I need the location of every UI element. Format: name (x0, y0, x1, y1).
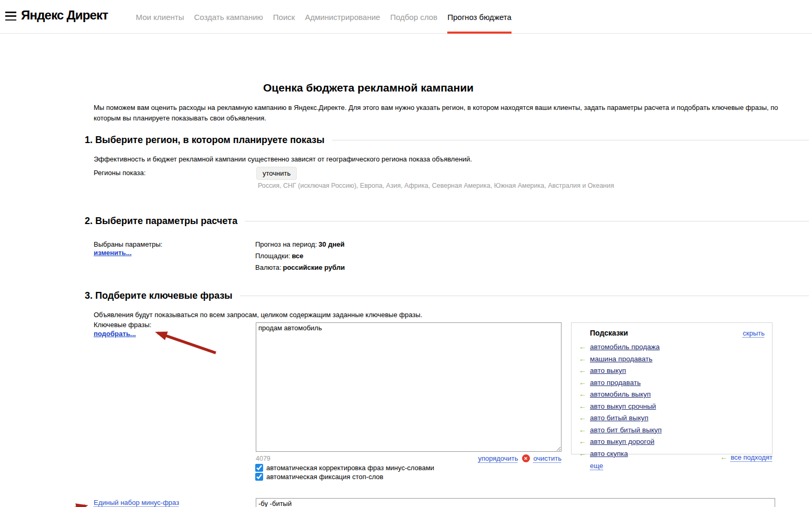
char-counter: 4079 (256, 455, 270, 462)
hint-item: ←машина продавать (579, 354, 765, 363)
keywords-annotation-arrow (158, 333, 216, 353)
heading-divider (332, 140, 809, 140)
hint-item: ←авто выкуп срочный (579, 402, 765, 410)
clear-phrases-link[interactable]: очистить (534, 454, 562, 462)
app-logo[interactable]: Яндекс Директ (21, 8, 108, 23)
chosen-params-label: Выбраны параметры: (94, 240, 163, 248)
minus-phrases-textarea[interactable]: -бу -битый (256, 498, 775, 507)
hamburger-menu-icon[interactable] (5, 12, 16, 21)
add-all-arrow-icon: ← (720, 453, 727, 461)
clear-x-icon[interactable]: ✕ (522, 454, 530, 462)
auto-fix-stopwords-checkbox[interactable] (255, 473, 263, 481)
nav-item-search[interactable]: Поиск (273, 0, 295, 34)
nav-item-my-clients[interactable]: Мои клиенты (136, 0, 184, 34)
add-hint-arrow-icon[interactable]: ← (579, 425, 590, 434)
add-hint-arrow-icon[interactable]: ← (579, 390, 590, 398)
add-hint-arrow-icon[interactable]: ← (579, 413, 590, 422)
hint-item: ←авто выкуп дорогой (579, 437, 765, 445)
section-2-heading: 2. Выберите параметры расчета (85, 216, 809, 227)
heading-divider (240, 296, 809, 296)
more-hints-link[interactable]: еще (590, 462, 603, 470)
page-title: Оценка бюджета рекламной кампании (0, 82, 737, 94)
sort-phrases-link[interactable]: упорядочить (478, 454, 518, 462)
hint-link[interactable]: машина продавать (590, 355, 653, 363)
section-3-description: Объявления будут показываться по всем за… (94, 310, 422, 320)
platforms-row: Площадки:все (255, 252, 304, 260)
nav-item-word-selection[interactable]: Подбор слов (390, 0, 437, 34)
keywords-toolbar: 4079 упорядочить ✕ очистить (256, 454, 562, 462)
nav-item-create-campaign[interactable]: Создать кампанию (194, 0, 263, 34)
budget-forecast-page: Оценка бюджета рекламной кампании Мы пом… (0, 34, 812, 507)
hints-header: Подсказки скрыть (579, 329, 765, 337)
section-1-heading: 1. Выберите регион, в котором планируете… (85, 135, 809, 146)
hint-link[interactable]: авто продавать (590, 379, 641, 387)
hints-title: Подсказки (590, 329, 628, 337)
heading-divider (245, 221, 809, 221)
hint-link[interactable]: автомобиль продажа (590, 343, 660, 351)
hint-item: ←авто битый выкуп (579, 413, 765, 422)
hint-item: ←автомобиль выкуп (579, 390, 765, 398)
add-hint-arrow-icon[interactable]: ← (579, 402, 590, 410)
add-hint-arrow-icon[interactable]: ← (579, 342, 590, 351)
hint-link[interactable]: автомобиль выкуп (590, 390, 651, 398)
add-hint-arrow-icon[interactable]: ← (579, 378, 590, 387)
hint-item: ←авто бит битый выкуп (579, 425, 765, 434)
nav-item-administration[interactable]: Администрирование (305, 0, 380, 34)
hints-panel: Подсказки скрыть ←автомобиль продажа ←ма… (571, 322, 773, 454)
all-hints-fit-link[interactable]: все подходят (730, 453, 773, 461)
main-nav: Мои клиенты Создать кампанию Поиск Админ… (136, 0, 512, 34)
keywords-label: Ключевые фразы: (94, 321, 152, 329)
refine-regions-button[interactable]: уточнить (256, 167, 297, 180)
intro-text: Мы поможем вам оценить расходы на реклам… (94, 103, 806, 124)
section-1-description: Эффективность и бюджет рекламной кампани… (94, 154, 472, 165)
top-navigation-bar: Яндекс Директ Мои клиенты Создать кампан… (0, 0, 812, 34)
hint-link[interactable]: авто выкуп (590, 367, 626, 374)
forecast-period-row: Прогноз на период:30 дней (255, 240, 345, 248)
hint-link[interactable]: авто выкуп срочный (590, 402, 656, 410)
nav-item-budget-forecast[interactable]: Прогноз бюджета (447, 0, 512, 34)
change-params-link[interactable]: изменить... (94, 249, 132, 257)
hint-item: ←авто продавать (579, 378, 765, 387)
minus-phrases-link[interactable]: Единый набор минус-фраз (94, 499, 179, 506)
auto-correct-row: автоматическая корректировка фраз минус-… (255, 464, 434, 472)
all-hints-fit-row: ← все подходят (571, 453, 773, 461)
keywords-textarea[interactable]: продам автомобиль (256, 322, 562, 452)
auto-fix-stopwords-row: автоматическая фиксация стоп-слов (255, 473, 384, 481)
section-3-heading: 3. Подберите ключевые фразы (85, 290, 809, 301)
regions-value: Россия, СНГ (исключая Россию), Европа, А… (258, 182, 614, 189)
hint-link[interactable]: авто выкуп дорогой (590, 438, 655, 445)
hint-link[interactable]: авто битый выкуп (590, 414, 648, 422)
hint-item: ←автомобиль продажа (579, 342, 765, 351)
hint-item: ←авто выкуп (579, 366, 765, 374)
hint-link[interactable]: авто бит битый выкуп (590, 426, 661, 434)
pick-keywords-link[interactable]: подобрать... (94, 330, 136, 338)
auto-correct-checkbox[interactable] (255, 464, 263, 472)
regions-label: Регионы показа: (94, 169, 146, 177)
hide-hints-link[interactable]: скрыть (743, 329, 765, 337)
add-hint-arrow-icon[interactable]: ← (579, 437, 590, 445)
hints-list: ←автомобиль продажа ←машина продавать ←а… (579, 342, 765, 458)
add-hint-arrow-icon[interactable]: ← (579, 366, 590, 374)
currency-row: Валюта:российские рубли (255, 263, 345, 271)
add-hint-arrow-icon[interactable]: ← (579, 354, 590, 363)
